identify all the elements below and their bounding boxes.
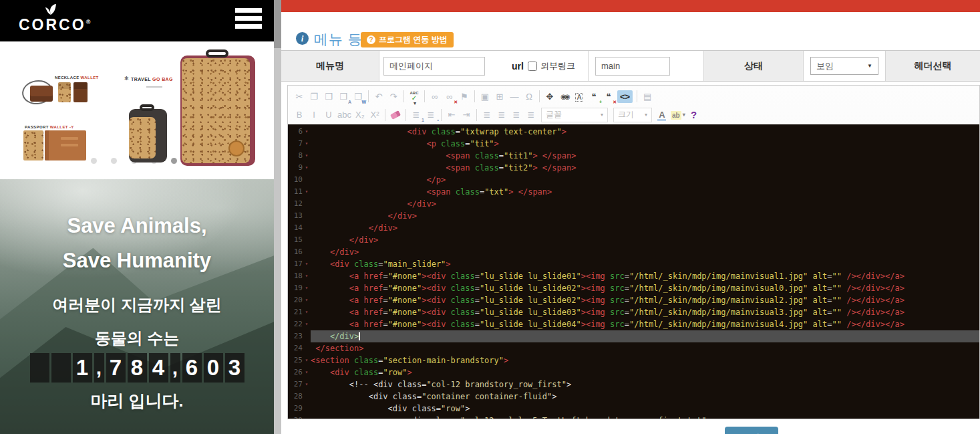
superscript-icon[interactable]: X² [369, 108, 381, 121]
counter-digit: 4 [149, 353, 168, 383]
table-icon[interactable]: ⊞ [494, 90, 506, 103]
print-icon[interactable]: ▤ [641, 90, 653, 103]
highlight-color-icon[interactable]: ab▾ [671, 108, 685, 121]
spellcheck-icon[interactable]: ABC✓▾ [408, 90, 420, 103]
fold-arrow-icon[interactable]: ▾ [303, 306, 311, 318]
line-number: 9 [288, 162, 303, 174]
comment-add-icon[interactable]: ❝+ [588, 90, 600, 103]
line-number: 30 [288, 415, 303, 419]
find-icon[interactable]: ◉◉ [558, 90, 570, 103]
code-line-13: 13 </div> [288, 210, 979, 222]
fold-gutter [303, 246, 311, 258]
line-number: 21 [288, 306, 303, 318]
fold-arrow-icon[interactable]: ▾ [303, 378, 311, 391]
numbered-list-icon[interactable]: ≣1 [410, 108, 422, 121]
fold-arrow-icon[interactable]: ▾ [303, 126, 311, 138]
hero-line-1: 여러분이 지금까지 살린 [0, 294, 274, 316]
cut-icon[interactable]: ✂ [293, 90, 305, 103]
toolbar-separator [637, 90, 637, 102]
image-icon[interactable]: ▣ [479, 90, 491, 103]
corco-logo[interactable]: CORCO® [19, 3, 83, 31]
code-line-27: 27▾ <!-- <div class="col-12 brandstory_r… [288, 378, 979, 391]
url-label: url [512, 61, 524, 72]
fold-arrow-icon[interactable]: ▾ [303, 354, 311, 366]
fold-arrow-icon[interactable]: ▾ [303, 318, 311, 330]
align-right-icon[interactable]: ≣ [510, 108, 522, 121]
slider-dot[interactable] [111, 158, 117, 164]
redo-icon[interactable]: ↷ [387, 90, 399, 103]
fold-arrow-icon[interactable]: ▾ [303, 150, 311, 162]
select-all-icon[interactable]: A [573, 90, 585, 103]
fold-arrow-icon[interactable]: ▾ [303, 138, 311, 150]
align-justify-icon[interactable]: ≣ [525, 108, 537, 121]
fold-arrow-icon[interactable]: ▾ [303, 366, 311, 378]
fold-arrow-icon[interactable]: ▾ [303, 270, 311, 282]
paste-icon[interactable]: ❒ [323, 90, 335, 103]
line-number: 14 [288, 222, 303, 234]
question-icon: ? [367, 35, 375, 44]
unlink-icon[interactable]: ∞✕ [444, 90, 456, 103]
vertical-scrollbar[interactable] [274, 0, 281, 434]
toolbar-separator [368, 90, 369, 102]
special-char-icon[interactable]: Ω [523, 90, 535, 103]
fold-arrow-icon[interactable]: ▾ [303, 258, 311, 270]
remove-format-icon[interactable] [389, 108, 401, 121]
maximize-icon[interactable]: ✥ [544, 90, 556, 103]
slider-dot[interactable] [91, 158, 97, 164]
horizontal-rule-icon[interactable]: ― [508, 90, 520, 103]
underline-icon[interactable]: U [323, 108, 335, 121]
line-number: 15 [288, 234, 303, 246]
outdent-icon[interactable]: ⇤ [446, 108, 458, 121]
save-button[interactable]: 저장하기 [725, 427, 778, 434]
font-combo[interactable]: 글꼴▾ [541, 108, 608, 122]
strikethrough-icon[interactable]: abc [337, 108, 351, 121]
menu-name-input[interactable] [383, 57, 485, 76]
program-link-help-button[interactable]: ? 프로그램 연동 방법 [361, 32, 454, 47]
hamburger-menu-icon[interactable] [235, 8, 262, 32]
bulleted-list-icon[interactable]: ≣• [425, 108, 437, 121]
line-number: 20 [288, 294, 303, 306]
size-combo[interactable]: 크기▾ [613, 108, 652, 122]
fold-arrow-icon[interactable]: ▾ [303, 186, 311, 198]
indent-icon[interactable]: ⇥ [460, 108, 472, 121]
product-slider[interactable]: NECKLACE WALLET PASSPORT WALLET -Y ✻ TRA… [0, 41, 274, 179]
line-number: 17 [288, 258, 303, 270]
text-color-icon[interactable]: A▾ [656, 108, 668, 121]
undo-icon[interactable]: ↶ [373, 90, 385, 103]
line-number: 24 [288, 342, 303, 354]
line-number: 10 [288, 174, 303, 186]
line-number: 16 [288, 246, 303, 258]
cork-wallet-image [58, 82, 71, 102]
url-input[interactable] [595, 57, 670, 76]
counter-digit: 1 [73, 353, 92, 383]
comment-remove-icon[interactable]: ❝✕ [603, 90, 615, 103]
suitcase-logo-patch [228, 140, 244, 156]
fold-arrow-icon[interactable]: ▾ [303, 294, 311, 306]
subscript-icon[interactable]: X₂ [354, 108, 366, 121]
italic-icon[interactable]: I [308, 108, 320, 121]
paste-word-icon[interactable]: ❒W [352, 90, 364, 103]
anchor-flag-icon[interactable]: ⚑ [458, 90, 470, 103]
fold-gutter [303, 391, 311, 403]
source-code-editor[interactable]: 6▾ <div class="txtwrap text-center">7▾ <… [288, 124, 979, 419]
site-header: CORCO® [0, 0, 274, 41]
code-line-29: 29 <div class="row"> [288, 403, 979, 415]
source-button[interactable]: <> [617, 90, 633, 103]
align-center-icon[interactable]: ≣ [496, 108, 508, 121]
external-link-checkbox[interactable] [528, 62, 537, 71]
fold-arrow-icon[interactable]: ▾ [303, 162, 311, 174]
bold-icon[interactable]: B [293, 108, 305, 121]
link-icon[interactable]: ∞ [429, 90, 441, 103]
code-line-24: 24 </section> [288, 342, 979, 354]
copy-icon[interactable]: ❐ [308, 90, 320, 103]
fold-arrow-icon[interactable]: ▾ [303, 282, 311, 294]
align-left-icon[interactable]: ≣ [481, 108, 493, 121]
paste-text-icon[interactable]: ❒A [337, 90, 349, 103]
status-select[interactable]: 보임 ▼ [810, 57, 878, 75]
line-number: 29 [288, 403, 303, 415]
about-icon[interactable]: ? [688, 108, 700, 121]
slider-dot[interactable] [171, 158, 177, 164]
counter-digit [51, 353, 71, 383]
html-editor: ✂❐❒❒A❒W↶↷ABC✓▾∞∞✕⚑▣⊞―Ω✥◉◉A❝+❝✕<>▤ BIUabc… [287, 85, 980, 419]
scrollbar-thumb[interactable] [274, 0, 281, 48]
